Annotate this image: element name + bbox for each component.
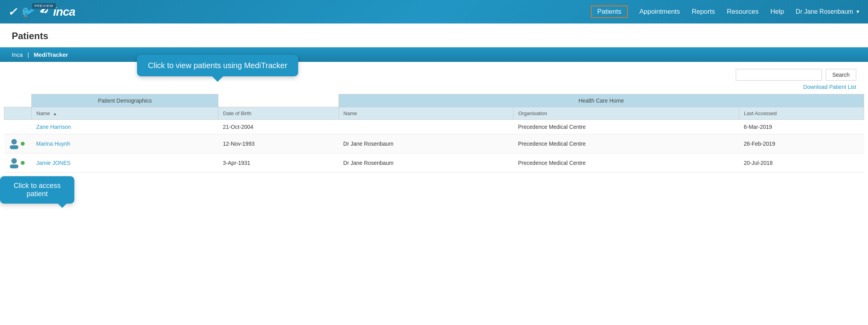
online-status-dot [21, 161, 25, 165]
last-accessed-cell: 6-Mar-2019 [739, 120, 864, 134]
organisation-cell: Precedence Medical Centre [513, 120, 739, 134]
preview-badge: PREVIEW [32, 3, 56, 9]
download-area: Download Patient List [0, 82, 868, 94]
chevron-down-icon: ▼ [855, 9, 860, 14]
col-dob: Date of Birth [218, 107, 339, 120]
col-last-accessed: Last Accessed [739, 107, 864, 120]
patient-icon-cell [9, 138, 27, 149]
svg-point-0 [11, 139, 17, 144]
col-name[interactable]: Name ▲ [32, 107, 218, 120]
col-organisation: Organisation [513, 107, 739, 120]
download-patient-list-link[interactable]: Download Patient List [803, 84, 856, 90]
col-hch-name: Name [339, 107, 513, 120]
patient-name-cell[interactable]: Marina Huynh [32, 134, 218, 153]
search-area: Search [0, 62, 868, 82]
icon-col [4, 107, 32, 120]
hch-name-cell: Dr Jane Rosenbaum [339, 134, 513, 153]
breadcrumb-home[interactable]: Inca [12, 51, 23, 58]
patient-demographics-header: Patient Demographics [32, 94, 218, 107]
patient-icon-cell [9, 157, 27, 168]
col-header-row: Name ▲ Date of Birth Name Organisation L… [4, 107, 864, 120]
patients-title-bar: Patients [0, 23, 868, 47]
page-title: Patients [12, 31, 856, 42]
patient-dob-cell: 3-Apr-1931 [218, 153, 339, 173]
logo-bird-icon: ✓ 🐦 [8, 5, 34, 18]
icon-cell [4, 153, 32, 173]
table-container: Patient Demographics Health Care Home Na… [0, 94, 868, 181]
icon-cell [4, 134, 32, 153]
online-status-dot [21, 142, 25, 146]
nav-item-reports[interactable]: Reports [692, 8, 715, 16]
last-accessed-cell: 26-Feb-2019 [739, 134, 864, 153]
svg-point-3 [11, 158, 17, 164]
svg-rect-2 [12, 146, 16, 148]
icon-col-header [4, 94, 32, 107]
hch-name-cell: Dr Jane Rosenbaum [339, 153, 513, 173]
patient-name-link[interactable]: Jamie JONES [36, 160, 71, 166]
breadcrumb-separator: | [27, 51, 29, 58]
patient-table: Patient Demographics Health Care Home Na… [4, 94, 864, 173]
search-button[interactable]: Search [826, 69, 856, 81]
health-care-home-header: Health Care Home [339, 94, 864, 107]
patient-avatar-icon [9, 157, 19, 168]
breadcrumb-bar: Inca | MediTracker [0, 47, 868, 62]
tooltip-access-patient: Click to access patient [0, 176, 74, 204]
header: ✓ 🐦 inca PREVIEW Patients Appointments R… [0, 0, 868, 23]
logo-label: inca [53, 5, 75, 18]
patient-table-body: Zane Harrison21-Oct-2004Precedence Medic… [4, 120, 864, 173]
nav-item-help[interactable]: Help [770, 8, 784, 16]
user-name: Dr Jane Rosenbaum [796, 8, 853, 15]
table-row[interactable]: Jamie JONES3-Apr-1931Dr Jane RosenbaumPr… [4, 153, 864, 173]
nav-item-appointments[interactable]: Appointments [639, 8, 680, 16]
organisation-cell: Precedence Medical Centre [513, 134, 739, 153]
nav-item-patients[interactable]: Patients [591, 5, 627, 18]
page-content: Click to view patients using MediTracker… [0, 23, 868, 325]
breadcrumb-current[interactable]: MediTracker [34, 51, 68, 58]
last-accessed-cell: 20-Jul-2018 [739, 153, 864, 173]
table-row[interactable]: Zane Harrison21-Oct-2004Precedence Medic… [4, 120, 864, 134]
main-nav: Patients Appointments Reports Resources … [591, 5, 860, 18]
patient-name-link[interactable]: Zane Harrison [36, 124, 71, 130]
icon-cell [4, 120, 32, 134]
group-header-row: Patient Demographics Health Care Home [4, 94, 864, 107]
logo-area: ✓ 🐦 inca PREVIEW [8, 5, 75, 19]
patient-dob-cell: 21-Oct-2004 [218, 120, 339, 134]
search-input[interactable] [736, 69, 822, 81]
patient-name-cell[interactable]: Jamie JONES [32, 153, 218, 173]
patient-avatar-icon [9, 138, 19, 149]
user-menu[interactable]: Dr Jane Rosenbaum ▼ [796, 8, 860, 15]
nav-item-resources[interactable]: Resources [727, 8, 758, 16]
table-row[interactable]: Marina Huynh12-Nov-1993Dr Jane Rosenbaum… [4, 134, 864, 153]
patient-name-link[interactable]: Marina Huynh [36, 141, 70, 147]
patient-name-cell[interactable]: Zane Harrison [32, 120, 218, 134]
dob-group-header [218, 94, 339, 107]
sort-arrow-icon: ▲ [53, 112, 57, 116]
hch-name-cell [339, 120, 513, 134]
svg-rect-5 [12, 165, 16, 168]
patient-dob-cell: 12-Nov-1993 [218, 134, 339, 153]
organisation-cell: Precedence Medical Centre [513, 153, 739, 173]
tooltip-meditracker: Click to view patients using MediTracker [137, 55, 298, 76]
